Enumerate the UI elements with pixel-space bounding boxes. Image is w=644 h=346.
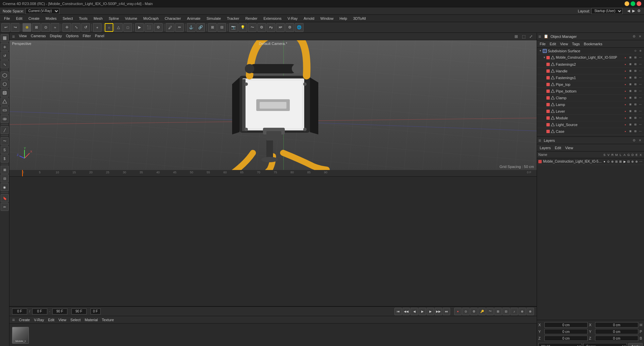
tool-tag[interactable]: 🔖	[1, 194, 9, 202]
layers-close-icon[interactable]: ✕	[637, 138, 643, 143]
obj-manager-hamburger[interactable]: ≡	[538, 34, 541, 39]
tool-paint[interactable]: ✏	[1, 203, 9, 211]
obj-expand-mobile[interactable]: ▼	[542, 56, 546, 60]
next-frame-button[interactable]: ▶	[427, 308, 434, 315]
viewport-3d[interactable]: Perspective Default Camera.* Grid Spacin…	[9, 40, 537, 170]
obj-manager-close-icon[interactable]: ✕	[637, 34, 643, 39]
menu-3dtoall[interactable]: 3DToAll	[351, 16, 369, 21]
pt-grid[interactable]: ⊞	[628, 82, 633, 87]
bottom-create-menu[interactable]: Create	[17, 318, 31, 322]
ca-extra[interactable]: ⋯	[638, 129, 643, 134]
material-thumb-mobile[interactable]: Mobile_t	[12, 327, 29, 344]
obj-extra-mobile[interactable]: ⋯	[638, 55, 643, 60]
curves-button[interactable]: ⊗	[527, 308, 534, 315]
f1-extra[interactable]: ⋯	[638, 75, 643, 80]
cl-tag[interactable]: ⊟	[633, 96, 638, 100]
redo-button[interactable]: ↪	[11, 23, 19, 32]
timeline-button[interactable]: ⊕	[519, 308, 526, 315]
snap2-button[interactable]: 🔗	[196, 23, 205, 32]
snap-button[interactable]: ⚓	[187, 23, 196, 32]
render-view-button[interactable]: ▶	[135, 23, 144, 32]
record-settings-button[interactable]: ⚙	[470, 308, 478, 315]
menu-spline[interactable]: Spline	[106, 16, 122, 21]
apply-button[interactable]: Apply	[628, 343, 643, 346]
scene-dropdown[interactable]: Scene	[583, 343, 627, 346]
tool-cube[interactable]	[1, 71, 9, 79]
obj-vis-icon-subdivision[interactable]: ⊙	[633, 49, 638, 53]
object-manager-content[interactable]: ▼ Subdivision Surface ⊙ ⊗ ▼	[537, 48, 644, 136]
menu-edit[interactable]: Edit	[13, 16, 25, 21]
viewport-menu-display[interactable]: Display	[48, 34, 63, 39]
prefs-button[interactable]: ⚙	[285, 23, 294, 32]
ls-tag[interactable]: ⊟	[633, 122, 638, 127]
pt-extra[interactable]: ⋯	[638, 82, 643, 87]
mo-extra[interactable]: ⋯	[638, 116, 643, 120]
viewport-hamburger-icon[interactable]: ≡	[12, 34, 15, 39]
layer-d-mobile[interactable]: ⊕	[631, 160, 635, 163]
coord-z-size[interactable]	[595, 336, 638, 341]
tool-spline2[interactable]: S	[1, 146, 9, 154]
menu-vray[interactable]: V-Ray	[285, 16, 300, 21]
cam-button[interactable]: 📷	[229, 23, 238, 32]
ca-grid[interactable]: ⊞	[628, 129, 633, 134]
viewport-menu-panel[interactable]: Panel	[94, 34, 106, 39]
tool-texture[interactable]: ⊠	[1, 166, 9, 174]
bottom-vray-menu[interactable]: V-Ray	[33, 318, 45, 322]
prev-key-button[interactable]: ◀◀	[402, 308, 410, 315]
grid-button[interactable]: ⊞	[208, 23, 217, 32]
settings-button[interactable]: ⚙	[257, 23, 266, 32]
layers-menu-view[interactable]: View	[564, 146, 575, 150]
playback-mode-button[interactable]: ⊞	[494, 308, 502, 315]
mo-grid[interactable]: ⊞	[628, 116, 633, 120]
lv-grid[interactable]: ⊞	[628, 109, 633, 114]
guide-button[interactable]: ⊟	[217, 23, 226, 32]
tool-sphere[interactable]	[1, 80, 9, 88]
viewport-menu-cameras[interactable]: Cameras	[30, 34, 47, 39]
obj-row-clamp[interactable]: Clamp ● ⊞ ⊟ ⋯	[537, 95, 644, 101]
viewport-toggle-icon[interactable]: ⊞	[513, 34, 519, 40]
tool-cone[interactable]	[1, 98, 9, 106]
obj-row-subdivision[interactable]: ▼ Subdivision Surface ⊙ ⊗	[537, 48, 644, 54]
menu-animate[interactable]: Animate	[184, 16, 203, 21]
frame-rate-input[interactable]	[91, 308, 101, 314]
world-dropdown[interactable]: World	[538, 343, 582, 346]
spline-tool-button[interactable]: 〜	[248, 23, 257, 32]
python-button[interactable]: Py	[267, 23, 275, 32]
scale-tool-button[interactable]: ⤡	[72, 23, 80, 32]
circle-selection-button[interactable]: ⊙	[41, 23, 50, 32]
ca-tag[interactable]: ⊟	[633, 129, 638, 134]
close-button[interactable]	[637, 1, 641, 6]
la-extra[interactable]: ⋯	[638, 102, 643, 107]
f2-tag[interactable]: ⊟	[633, 62, 638, 67]
record-button[interactable]: ●	[454, 308, 462, 315]
menu-simulate[interactable]: Simulate	[204, 16, 224, 21]
node-space-dropdown[interactable]: Current (V-Ray)	[25, 8, 59, 14]
tool-move[interactable]: ✛	[1, 43, 9, 51]
timeline-track[interactable]	[9, 177, 537, 307]
playhead[interactable]	[22, 170, 23, 176]
prev-frame-button[interactable]: ◀	[411, 308, 418, 315]
obj-row-mobile-light[interactable]: ▼ Mobile_Construction_Light_IEK_IO-500P …	[537, 54, 644, 61]
bottom-material-menu[interactable]: Material	[83, 318, 99, 322]
create-button[interactable]: +	[93, 23, 102, 32]
menu-mesh[interactable]: Mesh	[91, 16, 105, 21]
pb-extra[interactable]: ⋯	[638, 89, 643, 94]
obj-row-handle[interactable]: Handle ● ⊞ ⊟ ⋯	[537, 68, 644, 74]
obj-row-light-source[interactable]: Light_Source ● ⊞ ⊟ ⋯	[537, 121, 644, 128]
key-button[interactable]: 🔑	[478, 308, 486, 315]
obj-tag-mobile[interactable]: ⊟	[633, 55, 638, 60]
obj-manager-config-icon[interactable]: ⚙	[631, 34, 637, 39]
viewport-maximize-icon[interactable]: ⤢	[528, 34, 534, 40]
layer-x-mobile[interactable]: ⋯	[639, 160, 643, 163]
bottom-texture-menu[interactable]: Texture	[101, 318, 115, 322]
layer-s-mobile[interactable]: ●	[602, 160, 606, 163]
cl-extra[interactable]: ⋯	[638, 96, 643, 100]
menu-window[interactable]: Window	[318, 16, 336, 21]
menu-render[interactable]: Render	[243, 16, 260, 21]
f1-grid[interactable]: ⊞	[628, 75, 633, 80]
layout-icon-2[interactable]: ▶	[632, 9, 635, 13]
live-selection-button[interactable]: ⊕	[22, 23, 31, 32]
om-menu-tags[interactable]: Tags	[571, 42, 581, 46]
layer-a-mobile[interactable]: ▶	[623, 160, 627, 163]
motion-blur-button[interactable]: ⊟	[502, 308, 510, 315]
